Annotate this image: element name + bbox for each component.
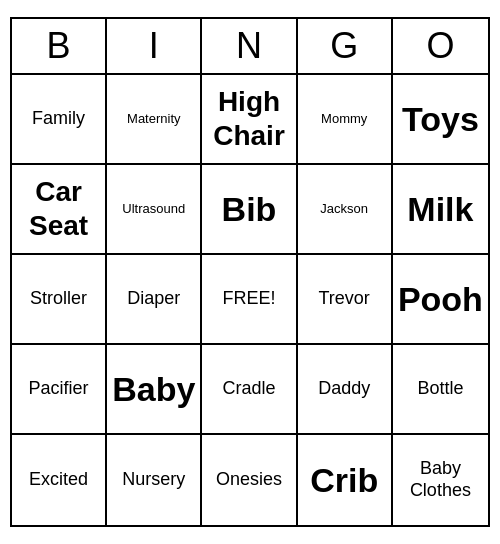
bingo-cell-2: High Chair	[202, 75, 297, 165]
bingo-card: BINGO FamilyMaternityHigh ChairMommyToys…	[10, 17, 490, 527]
bingo-cell-3: Mommy	[298, 75, 393, 165]
bingo-cell-14: Pooh	[393, 255, 488, 345]
bingo-cell-24: Baby Clothes	[393, 435, 488, 525]
bingo-cell-20: Excited	[12, 435, 107, 525]
bingo-cell-1: Maternity	[107, 75, 202, 165]
header-letter-b: B	[12, 19, 107, 73]
bingo-cell-5: Car Seat	[12, 165, 107, 255]
bingo-grid: FamilyMaternityHigh ChairMommyToysCar Se…	[12, 75, 488, 525]
bingo-cell-18: Daddy	[298, 345, 393, 435]
bingo-header: BINGO	[12, 19, 488, 75]
bingo-cell-22: Onesies	[202, 435, 297, 525]
bingo-cell-6: Ultrasound	[107, 165, 202, 255]
bingo-cell-10: Stroller	[12, 255, 107, 345]
bingo-cell-12: FREE!	[202, 255, 297, 345]
bingo-cell-15: Pacifier	[12, 345, 107, 435]
bingo-cell-23: Crib	[298, 435, 393, 525]
bingo-cell-4: Toys	[393, 75, 488, 165]
bingo-cell-0: Family	[12, 75, 107, 165]
bingo-cell-9: Milk	[393, 165, 488, 255]
bingo-cell-13: Trevor	[298, 255, 393, 345]
bingo-cell-17: Cradle	[202, 345, 297, 435]
bingo-cell-11: Diaper	[107, 255, 202, 345]
bingo-cell-7: Bib	[202, 165, 297, 255]
header-letter-o: O	[393, 19, 488, 73]
bingo-cell-19: Bottle	[393, 345, 488, 435]
header-letter-n: N	[202, 19, 297, 73]
bingo-cell-8: Jackson	[298, 165, 393, 255]
header-letter-i: I	[107, 19, 202, 73]
bingo-cell-16: Baby	[107, 345, 202, 435]
header-letter-g: G	[298, 19, 393, 73]
bingo-cell-21: Nursery	[107, 435, 202, 525]
